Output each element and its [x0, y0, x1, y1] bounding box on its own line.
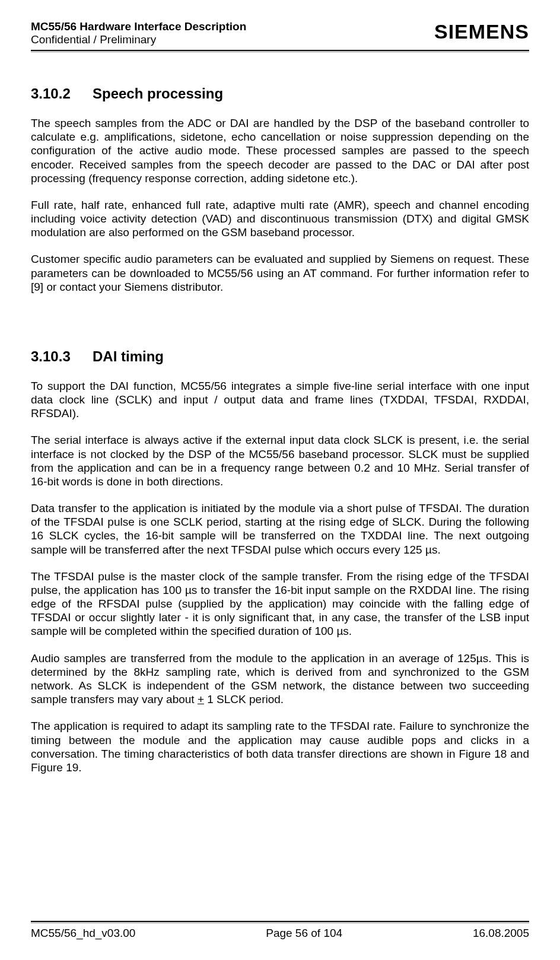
doc-title: MC55/56 Hardware Interface Description: [31, 20, 246, 33]
page-header: MC55/56 Hardware Interface Description C…: [31, 20, 529, 46]
paragraph: Data transfer to the application is init…: [31, 501, 529, 557]
section-number: 3.10.2: [31, 85, 93, 102]
paragraph: The serial interface is always active if…: [31, 433, 529, 488]
section-heading-dai-timing: 3.10.3DAI timing: [31, 348, 529, 365]
section-title: DAI timing: [93, 348, 164, 364]
footer-rule: [31, 921, 529, 922]
header-rule: [31, 50, 529, 51]
paragraph: The speech samples from the ADC or DAI a…: [31, 116, 529, 185]
section-heading-speech-processing: 3.10.2Speech processing: [31, 85, 529, 102]
paragraph: Full rate, half rate, enhanced full rate…: [31, 198, 529, 240]
section-number: 3.10.3: [31, 348, 93, 365]
footer-rule-thin: [31, 923, 529, 923]
section-spacer: [31, 307, 529, 348]
paragraph: The TFSDAI pulse is the master clock of …: [31, 570, 529, 638]
footer-right: 16.08.2005: [473, 927, 529, 940]
paragraph: Customer specific audio parameters can b…: [31, 252, 529, 294]
underlined-text: +: [198, 693, 204, 705]
footer-left: MC55/56_hd_v03.00: [31, 927, 135, 940]
paragraph: The application is required to adapt its…: [31, 719, 529, 774]
doc-subtitle: Confidential / Preliminary: [31, 33, 246, 46]
paragraph-text: 1 SLCK period.: [204, 693, 284, 705]
siemens-logo: SIEMENS: [434, 20, 529, 43]
page-footer: MC55/56_hd_v03.00 Page 56 of 104 16.08.2…: [31, 921, 529, 940]
footer-center: Page 56 of 104: [266, 927, 342, 940]
paragraph: Audio samples are transferred from the m…: [31, 651, 529, 707]
paragraph: To support the DAI function, MC55/56 int…: [31, 379, 529, 421]
header-left: MC55/56 Hardware Interface Description C…: [31, 20, 246, 46]
section-title: Speech processing: [93, 85, 223, 101]
page-content: 3.10.2Speech processing The speech sampl…: [31, 52, 529, 774]
